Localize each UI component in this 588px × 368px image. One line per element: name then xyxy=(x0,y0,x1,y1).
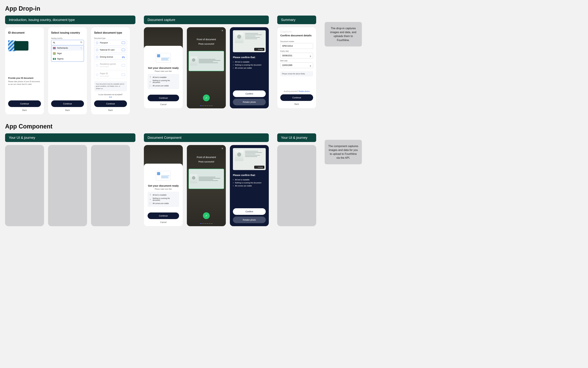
checklist: TAll text is readable ◇Nothing is coveri… xyxy=(148,192,179,207)
sheet-sub: Please make sure that: xyxy=(148,188,179,190)
continue-button[interactable]: Continue xyxy=(148,212,179,219)
cancel-link[interactable]: Cancel xyxy=(148,103,179,106)
retake-photos-link[interactable]: Retake photos xyxy=(299,91,310,92)
camera-title: Front of document xyxy=(187,38,226,41)
progress-indicator xyxy=(200,105,213,106)
cluster-your-ui-left: Your UI & journey xyxy=(5,133,135,226)
captured-image: ⛶Enlarge xyxy=(233,30,266,52)
cursor-icon: ↖ xyxy=(81,47,82,49)
confirm-button[interactable]: Confirm xyxy=(233,91,266,97)
check-text: All corners are visible xyxy=(153,85,169,87)
retake-button[interactable]: Retake photo xyxy=(233,217,266,223)
check-text: Nothing is covering the document xyxy=(233,63,266,66)
doctype-option-idcard[interactable]: National ID card xyxy=(94,47,127,53)
id-subhead: Provide your ID document xyxy=(8,77,41,79)
sheet-sub: Please make sure that: xyxy=(148,70,179,72)
expiry-input[interactable] xyxy=(280,53,313,58)
country-search-input[interactable]: N| xyxy=(51,40,84,45)
back-link[interactable]: Back xyxy=(51,109,84,111)
enlarge-button[interactable]: ⛶Enlarge xyxy=(254,166,264,169)
option-label: Passport xyxy=(100,42,108,44)
cluster-capture: Document capture Get your document ready… xyxy=(144,16,269,114)
section-title-component: App Component xyxy=(5,123,583,130)
incorrect-text: Anything incorrect? Retake photos xyxy=(280,85,313,92)
check-text: Nothing is covering the document xyxy=(153,80,177,83)
birth-input[interactable] xyxy=(280,62,313,68)
doctype-option-license[interactable]: Driving license xyxy=(94,54,127,60)
country-dropdown: Netherlands ↖ Niger Nigeria xyxy=(51,45,84,62)
progress-indicator xyxy=(200,223,213,224)
close-icon[interactable]: ✕ xyxy=(222,147,223,150)
screen-camera: ✕ Front of document Photo successful! ✓ xyxy=(187,27,226,108)
retake-button[interactable]: Retake photo xyxy=(233,99,266,105)
expand-icon: ⛶ xyxy=(256,48,257,50)
camera-title: Front of document xyxy=(187,156,226,158)
country-option[interactable]: Niger xyxy=(51,51,84,56)
continue-button[interactable]: Continue xyxy=(148,95,179,101)
not-accepted-text: Is your document not accepted? Exit xyxy=(94,94,127,98)
doc-number-input[interactable] xyxy=(280,43,313,49)
screen-confirm-capture: ⛶Enlarge Please confirm that: All text i… xyxy=(230,145,269,226)
enlarge-label: Enlarge xyxy=(258,166,263,168)
cancel-link[interactable]: Cancel xyxy=(148,221,179,223)
doctype-option-passport[interactable]: Passport xyxy=(94,40,127,46)
screen-country: Select issuing country Issuing country N… xyxy=(48,27,87,114)
cluster-header: Your UI & journey xyxy=(277,133,316,142)
screen-summary: Capture Confirm document details Documen… xyxy=(277,27,316,108)
confirm-title: Please confirm that: xyxy=(233,174,266,176)
option-sub: Not accepted xyxy=(100,75,109,77)
option-label: Driving license xyxy=(100,56,113,58)
idcard-icon xyxy=(122,49,125,51)
continue-button[interactable]: Continue xyxy=(94,101,127,107)
field-label: Expiry date xyxy=(280,50,313,52)
placeholder-screen xyxy=(91,145,130,226)
check-text: All text is readable xyxy=(153,194,166,196)
country-option[interactable]: Nigeria xyxy=(51,56,84,62)
doctype-option-residence: Residence permitNot accepted xyxy=(94,61,127,69)
country-option[interactable]: Netherlands ↖ xyxy=(51,45,84,51)
back-link[interactable]: Back xyxy=(280,103,313,105)
sheet-title: Get your document ready xyxy=(148,66,179,69)
screen-doctype: Select document type Document type Passp… xyxy=(91,27,130,114)
corners-icon: ⛶ xyxy=(149,85,151,87)
calendar-icon[interactable]: 🗓 xyxy=(309,55,311,57)
cluster-header: Introduction, issuing country, document … xyxy=(5,16,135,24)
flag-icon xyxy=(53,53,56,55)
placeholder-screen xyxy=(5,145,44,226)
screen-confirm-capture: ⛶Enlarge Please confirm that: All text i… xyxy=(230,27,269,108)
capture-frame xyxy=(189,51,224,71)
continue-button[interactable]: Continue xyxy=(51,101,84,107)
doctype-note: Your document must be readable and in go… xyxy=(94,81,127,91)
cover-icon: ◇ xyxy=(149,198,151,200)
review-note: Please review the above fields. xyxy=(280,71,313,76)
confirm-button[interactable]: Confirm xyxy=(233,208,266,215)
check-text: Nothing is covering the document xyxy=(153,197,177,201)
back-link[interactable]: Back xyxy=(8,109,41,111)
camera-status: Photo successful! xyxy=(187,161,226,163)
check-text: All corners are visible xyxy=(233,66,266,69)
exit-link[interactable]: Exit xyxy=(94,96,127,98)
option-label: Paper ID xyxy=(100,72,108,75)
component-row: Your UI & journey Document Component Get… xyxy=(5,133,583,226)
close-icon[interactable]: ✕ xyxy=(222,29,223,32)
id-body: Please take photos of your ID document, … xyxy=(8,80,41,85)
option-label: Residence permit xyxy=(100,63,116,65)
check-text: Nothing is covering the document xyxy=(233,181,266,184)
back-link[interactable]: Back xyxy=(94,109,127,111)
country-label: Netherlands xyxy=(57,47,68,49)
enlarge-button[interactable]: ⛶Enlarge xyxy=(254,48,264,51)
field-label: Document number xyxy=(280,41,313,42)
continue-button[interactable]: Continue xyxy=(280,94,313,101)
continue-button[interactable]: Continue xyxy=(8,101,41,107)
passport-icon xyxy=(122,42,125,44)
ghost-title: Capture xyxy=(280,30,292,34)
captured-image: ⛶Enlarge xyxy=(233,148,266,170)
doc-ready-illustration xyxy=(148,50,179,65)
cluster-intro: Introduction, issuing country, document … xyxy=(5,16,135,114)
cluster-doc-component: Document Component Get your document rea… xyxy=(144,133,269,226)
calendar-icon[interactable]: 🗓 xyxy=(309,65,311,67)
placeholder-screen xyxy=(277,145,316,226)
id-illustration xyxy=(8,40,41,51)
paper-icon xyxy=(122,74,125,76)
text-icon: T xyxy=(149,76,151,78)
